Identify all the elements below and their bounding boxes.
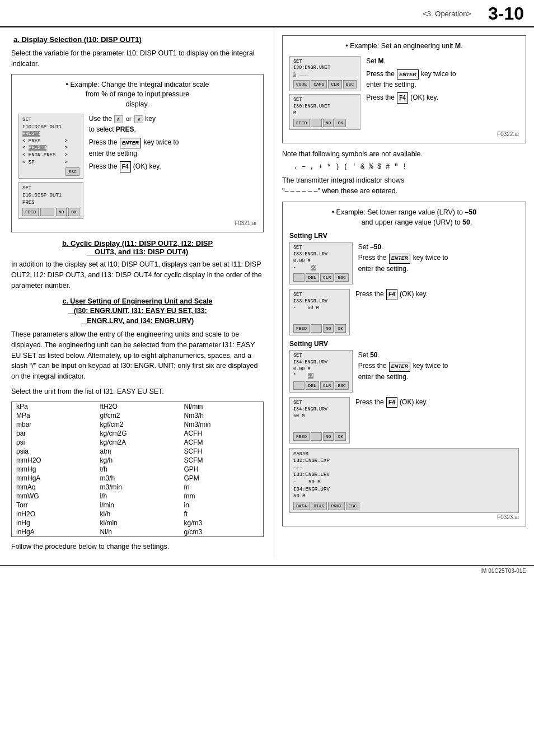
lcd-engr1: SET I30:ENGR.UNIT M ___ CODE CAPS CLR ES… <box>289 56 360 92</box>
left-column: a. Display Selection (I10: DISP OUT1) Se… <box>0 27 274 556</box>
lcd-lrv2: SET I33:ENGR.LRV - 50 M FEED NO OK <box>289 289 350 335</box>
unit-cell: inHg <box>12 519 96 528</box>
section-c-heading: c. User Setting of Engineering Unit and … <box>11 297 264 326</box>
units-table: kPaftH2ONl/minMPagf/cm2Nm3/hmbarkgf/cm2N… <box>11 402 264 537</box>
note-text1: Note that following symbols are not avai… <box>282 149 526 160</box>
unit-cell: m <box>180 483 264 492</box>
fig-lrv-label: F0323.ai <box>289 514 519 520</box>
unit-cell: inHgA <box>12 528 96 537</box>
example-lrv-title: • Example: Set lower range value (LRV) t… <box>289 208 519 227</box>
example-a-instructions: Use the ∧ or ∨ key to select PRES. Press… <box>89 114 256 172</box>
lcd-engr2: SET I30:ENGR.UNIT M FEED NO OK <box>289 94 360 130</box>
lcd-param: PARAM I32:ENGR.EXP --- I33:ENGR.LRV - 50… <box>289 448 519 513</box>
unit-cell: SCFM <box>180 456 264 465</box>
fig-a-label: F0321.ai <box>18 220 256 226</box>
example-engr-title: • Example: Set an engineering unit M. <box>289 41 519 52</box>
unit-cell: kg/m3 <box>180 519 264 528</box>
unit-cell: kg/cm2G <box>96 429 180 438</box>
right-column: • Example: Set an engineering unit M. SE… <box>274 27 534 556</box>
symbols-line: . – , + * ) ( ' & % $ # " ! <box>293 163 526 171</box>
unit-cell: kPa <box>12 402 96 411</box>
unit-cell: atm <box>96 447 180 456</box>
unit-cell: Torr <box>12 501 96 510</box>
unit-cell: gf/cm2 <box>96 411 180 420</box>
lcd-lrv1: SET I33:ENGR.LRV 0.00 M - 50 DEL CLR ESC <box>289 242 353 284</box>
lcd-urv2: SET I34:ENGR.URV 50 M FEED NO OK <box>289 397 350 444</box>
unit-cell: t/h <box>96 465 180 474</box>
setting-urv-label: Setting URV <box>289 340 519 348</box>
unit-cell: MPa <box>12 411 96 420</box>
unit-cell: GPH <box>180 465 264 474</box>
example-engr-inner: SET I30:ENGR.UNIT M ___ CODE CAPS CLR ES… <box>289 56 519 130</box>
unit-cell: Nl/min <box>180 402 264 411</box>
unit-cell: l/h <box>96 492 180 501</box>
unit-cell: kl/min <box>96 519 180 528</box>
unit-cell: mm <box>180 492 264 501</box>
lrv-step2-row: SET I33:ENGR.LRV - 50 M FEED NO OK Press… <box>289 289 519 335</box>
urv-step2-instr: Press the F4 (OK) key. <box>355 397 428 408</box>
unit-cell: psi <box>12 438 96 447</box>
section-c-body1: These parameters allow the entry of the … <box>11 329 264 382</box>
page-footer: IM 01C25T03-01E <box>0 566 534 576</box>
example-box-a: • Example: Change the integral indicator… <box>11 74 264 233</box>
unit-cell: mmAq <box>12 483 96 492</box>
unit-cell: ftH2O <box>96 402 180 411</box>
unit-cell: mbar <box>12 420 96 429</box>
unit-cell: mmHgA <box>12 474 96 483</box>
urv-step2-row: SET I34:ENGR.URV 50 M FEED NO OK Press t… <box>289 397 519 444</box>
example-a-inner: SET I10:DISP OUT1 PRES % < PRES > < PRES… <box>18 114 256 219</box>
lcd-urv1: SET I34:ENGR.URV 0.00 M * 50 DEL CLR ESC <box>289 350 353 393</box>
unit-cell: kl/h <box>96 510 180 519</box>
engr-instructions: Set M. Press the ENTER key twice toenter… <box>366 56 519 104</box>
unit-cell: inH2O <box>12 510 96 519</box>
footer-label: IM 01C25T03-01E <box>480 568 526 574</box>
lrv-step1-instr: Set –50. Press the ENTER key twice to en… <box>358 242 448 274</box>
unit-cell: g/cm3 <box>180 528 264 537</box>
unit-cell: l/min <box>96 501 180 510</box>
unit-cell: ACFH <box>180 429 264 438</box>
unit-cell: psia <box>12 447 96 456</box>
section-a-heading: a. Display Selection (I10: DISP OUT1) <box>11 35 264 44</box>
note-text2: The transmitter integral indicator shows… <box>282 175 526 197</box>
section-a: a. Display Selection (I10: DISP OUT1) Se… <box>11 35 264 232</box>
section-b-body: In addition to the display set at I10: D… <box>11 259 264 291</box>
unit-cell: in <box>180 501 264 510</box>
fig-engr-label: F0322.ai <box>289 131 519 137</box>
unit-cell: mmHg <box>12 465 96 474</box>
lcd-screen-a2: SET I10:DISP OUT1 PRES FEED NO OK <box>18 182 83 219</box>
unit-cell: kg/h <box>96 456 180 465</box>
example-lrv-urv-box: • Example: Set lower range value (LRV) t… <box>282 202 526 526</box>
lrv-step1-row: SET I33:ENGR.LRV 0.00 M - 50 DEL CLR ESC… <box>289 242 519 284</box>
unit-cell: Nl/h <box>96 528 180 537</box>
unit-cell: GPM <box>180 474 264 483</box>
example-a-title: • Example: Change the integral indicator… <box>18 80 256 110</box>
main-content: a. Display Selection (I10: DISP OUT1) Se… <box>0 27 534 556</box>
section-c-body2: Select the unit from the list of I31: EA… <box>11 386 264 397</box>
unit-cell: bar <box>12 429 96 438</box>
example-engr-unit-box: • Example: Set an engineering unit M. SE… <box>282 35 526 143</box>
section-b: b. Cyclic Display (I11: DISP OUT2, I12: … <box>11 239 264 291</box>
note-section: Note that following symbols are not avai… <box>282 149 526 196</box>
unit-cell: ft <box>180 510 264 519</box>
unit-cell: SCFH <box>180 447 264 456</box>
section-c: c. User Setting of Engineering Unit and … <box>11 297 264 550</box>
unit-cell: Nm3/h <box>180 411 264 420</box>
unit-cell: kgf/cm2 <box>96 420 180 429</box>
unit-cell: ACFM <box>180 438 264 447</box>
unit-cell: m3/h <box>96 474 180 483</box>
page-number: 3-10 <box>488 3 524 24</box>
unit-cell: kg/cm2A <box>96 438 180 447</box>
unit-cell: m3/min <box>96 483 180 492</box>
urv-step1-instr: Set 50. Press the ENTER key twice to ent… <box>358 350 448 382</box>
unit-cell: mmH2O <box>12 456 96 465</box>
section-c-bottom: Follow the procedure below to change the… <box>11 543 264 550</box>
unit-cell: mmWG <box>12 492 96 501</box>
lrv-step2-instr: Press the F4 (OK) key. <box>355 289 428 300</box>
lcd-screen-a1: SET I10:DISP OUT1 PRES % < PRES > < PRES… <box>18 114 83 179</box>
section-b-heading: b. Cyclic Display (I11: DISP OUT2, I12: … <box>11 239 264 256</box>
section-label: <3. Operation> <box>10 10 488 18</box>
unit-cell: Nm3/min <box>180 420 264 429</box>
page-header: <3. Operation> 3-10 <box>0 0 534 27</box>
section-a-body: Select the variable for the parameter I1… <box>11 48 264 69</box>
urv-step1-row: SET I34:ENGR.URV 0.00 M * 50 DEL CLR ESC… <box>289 350 519 393</box>
